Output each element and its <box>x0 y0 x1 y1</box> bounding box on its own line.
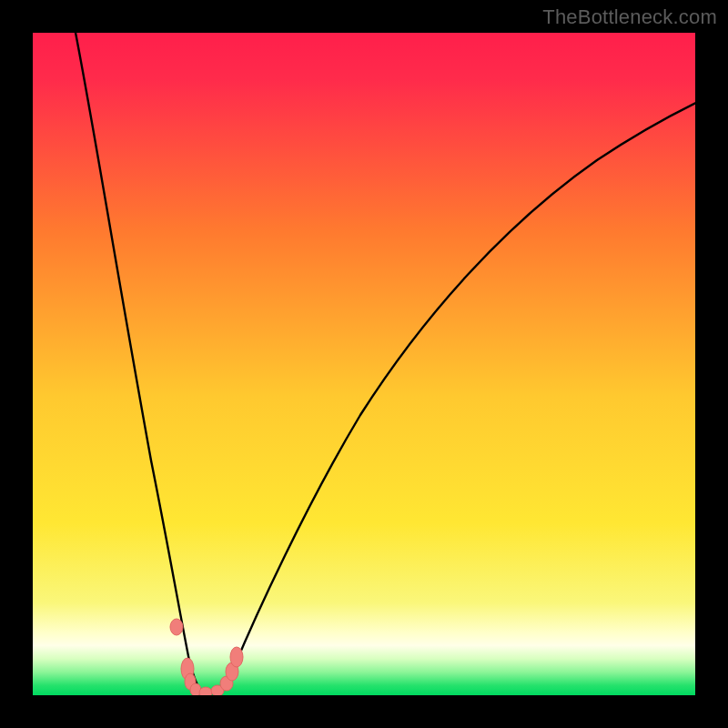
chart-frame: TheBottleneck.com <box>0 0 728 728</box>
gradient-background <box>33 33 695 695</box>
data-point <box>230 647 243 667</box>
plot-area <box>33 33 695 695</box>
data-point <box>199 687 212 695</box>
chart-svg <box>33 33 695 695</box>
data-point <box>170 619 183 635</box>
watermark-text: TheBottleneck.com <box>542 5 717 29</box>
